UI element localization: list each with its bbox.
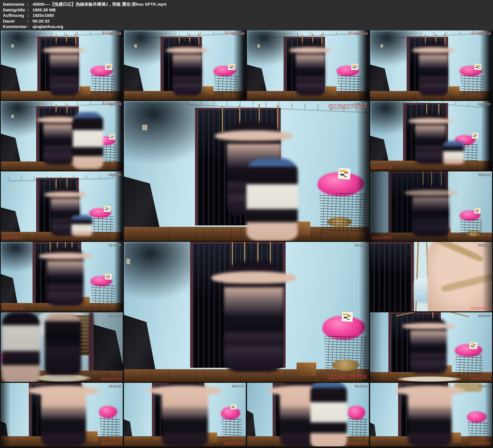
figure-silhouette [71,215,92,236]
vignette-overlay [111,31,123,100]
figure-silhouette [47,247,84,306]
figure-silhouette [173,42,202,96]
timestamp-label: 00:11:53 [355,244,367,246]
figure-silhouette [296,42,325,96]
timestamp-label: 00:06:29 [354,102,367,105]
meta-value-comment: qinglanhua.org [33,24,63,29]
video-thumbnail-r1c1: Q226227672400:01:04 [1,31,123,100]
meta-row-filesize: Dateigröße:1805.38 MB [3,7,493,13]
figure-silhouette [73,112,103,169]
watermark-label: Q2262276724 [224,442,244,445]
poster-card-shape [230,404,237,410]
watermark-label: Q2262276724 [372,166,392,169]
meta-separator: : [27,18,33,24]
thumbnail-grid: Q226227672400:01:04Q226227672400:02:09Q2… [0,0,493,448]
figure-silhouette [410,318,447,373]
figure-silhouette [246,158,298,241]
poster-card-shape [472,133,479,139]
vignette-overlay [481,101,492,170]
timestamp-label: 00:02:09 [232,32,244,35]
figure-silhouette [415,113,446,164]
dim-overlay [1,312,123,382]
figure-silhouette [224,261,283,372]
timestamp-label: 00:08:38 [109,173,121,176]
contact-sheet-page: Q226227672400:01:04Q226227672400:02:09Q2… [0,0,493,448]
video-thumbnail-r5c1: Q226227672400:14:02 [1,312,123,382]
rope-line [222,107,223,132]
wire-rack-shape [456,355,483,376]
meta-row-comment: Kommentar:qinglanhua.org [3,24,493,29]
figure-silhouette [50,42,79,96]
rope-coil-shape [332,359,359,371]
cardboard-box-shape [449,86,460,95]
vignette-overlay [357,31,369,100]
vignette-overlay [234,31,246,100]
wall-outlet-shape [257,44,260,47]
meta-row-filename: Dateiname:45800----【悦感日记】伪娘体验吊缚调J，郊狼 震动 … [3,1,493,7]
watermark-label: Q2262276724 [327,373,367,380]
cardboard-box-shape [79,86,90,95]
poster-card-shape [338,168,351,180]
vignette-overlay [114,101,123,170]
meta-value-filesize: 1805.38 MB [33,7,56,13]
vignette-overlay [1,383,11,446]
poster-card-shape [105,274,112,280]
wire-rack-shape [100,417,120,437]
video-thumbnail-r1c4: Q226227672400:04:19 [370,31,492,100]
wall-outlet-shape [11,115,14,118]
timestamp-label: 00:03:14 [355,32,368,35]
wall-outlet-shape [126,259,130,264]
timestamp-label: 00:05:24 [109,102,121,106]
video-thumbnail-r5c4: Q226227672400:15:07 [370,312,492,382]
vignette-overlay [357,101,369,241]
watermark-label: Q2262276724 [471,307,490,310]
wire-rack-shape [222,418,242,437]
vignette-overlay [114,171,123,241]
watermark-label: Q2262276724 [471,442,490,445]
watermark-label: Q2262276724 [2,236,22,240]
poster-card-shape [104,206,111,212]
meta-label: Dateigröße [3,7,27,13]
watermark-label: Q2262276724 [101,377,121,381]
vignette-overlay [370,312,382,382]
timestamp-label: 00:12:58 [478,244,490,246]
timestamp-label: 00:14:02 [109,314,121,317]
watermark-label: Q2262276724 [101,442,121,445]
cardboard-box-shape [297,362,316,376]
timestamp-label: 00:07:33 [478,102,490,106]
timestamp-label: 00:17:17 [232,384,244,388]
meta-value-resolution: 1920x1080 [33,12,54,18]
figure-silhouette [419,42,448,96]
timestamp-label: 00:15:07 [478,314,490,317]
cardboard-box-shape [202,86,213,95]
figure-silhouette [41,383,86,446]
video-thumbnail-r4c4: Q226227672400:12:58 [370,242,492,311]
video-thumbnail-r3c4: Q226227672400:09:43 [370,171,492,241]
figure-silhouette [310,383,347,446]
video-thumbnail-r2c4: Q226227672400:07:33 [370,101,492,170]
wall-outlet-shape [11,44,14,47]
file-metadata-header: Dateiname:45800----【悦感日记】伪娘体验吊缚调J，郊狼 震动 … [0,0,493,31]
poster-card-shape [474,208,481,214]
meta-label: Dauer [3,18,27,24]
meta-separator: : [27,7,33,13]
wall-outlet-shape [142,125,147,130]
vignette-overlay [370,171,385,241]
rope-line [443,312,469,317]
watermark-label: Q2262276724 [2,307,22,310]
video-thumbnail-r1c2: Q226227672400:02:09 [124,31,246,100]
timestamp-label: 00:01:04 [109,32,121,35]
timestamp-label: 00:09:43 [478,173,490,176]
poster-card-shape [469,342,478,349]
poster-card-shape [342,312,353,322]
vignette-overlay [485,383,492,446]
wall-outlet-shape [11,187,13,190]
wire-rack-shape [349,418,367,437]
timestamp-label: 00:18:22 [355,384,367,388]
meta-label: Auflösung [3,12,27,18]
figure-silhouette [162,383,208,446]
pink-fur-shelf-shape [99,406,117,419]
timestamp-label: 00:10:48 [109,244,121,246]
pink-fur-shelf-shape [347,406,365,420]
video-thumbnail-r3c1: Q226227672400:08:38 [1,171,123,241]
